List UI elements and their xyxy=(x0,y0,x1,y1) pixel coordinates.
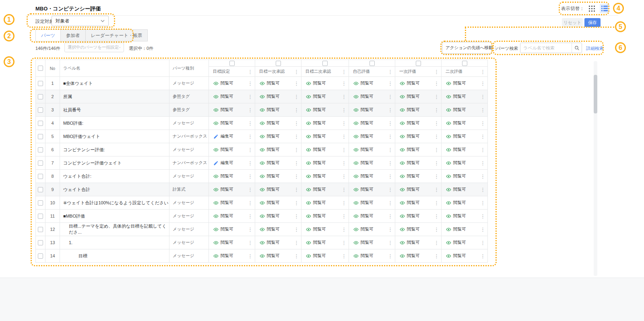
row-checkbox[interactable] xyxy=(38,240,43,245)
scrollbar-thumb[interactable] xyxy=(594,75,597,113)
search-button[interactable] xyxy=(572,43,582,53)
permission-cell[interactable]: 閲覧可⋮ xyxy=(395,77,442,90)
cell-menu-icon[interactable]: ⋮ xyxy=(341,81,347,86)
cell-menu-icon[interactable]: ⋮ xyxy=(248,147,253,152)
cell-menu-icon[interactable]: ⋮ xyxy=(341,134,347,139)
permission-cell[interactable]: 閲覧可⋮ xyxy=(442,103,488,117)
permission-cell[interactable]: 閲覧可⋮ xyxy=(255,223,301,236)
permission-cell[interactable]: 閲覧可⋮ xyxy=(442,210,488,223)
tab-parts[interactable]: パーツ xyxy=(35,29,61,41)
target-select[interactable]: 対象者 xyxy=(52,16,109,26)
save-button[interactable]: 保存 xyxy=(584,18,601,27)
cell-menu-icon[interactable]: ⋮ xyxy=(341,240,347,245)
permission-cell[interactable]: 閲覧可⋮ xyxy=(301,236,349,249)
cell-menu-icon[interactable]: ⋮ xyxy=(294,160,299,166)
permission-cell[interactable]: 閲覧可⋮ xyxy=(255,143,301,156)
permission-cell[interactable]: 閲覧可⋮ xyxy=(395,223,442,236)
permission-cell[interactable]: 閲覧可⋮ xyxy=(349,117,395,130)
row-checkbox[interactable] xyxy=(38,94,43,99)
permission-cell[interactable]: 閲覧可⋮ xyxy=(255,77,301,90)
permission-cell[interactable]: 閲覧可⋮ xyxy=(442,77,488,90)
cell-menu-icon[interactable]: ⋮ xyxy=(480,107,485,113)
permission-cell[interactable]: 閲覧可⋮ xyxy=(255,249,301,263)
cell-menu-icon[interactable]: ⋮ xyxy=(341,174,347,179)
permission-cell[interactable]: 閲覧可⋮ xyxy=(301,103,349,117)
cell-menu-icon[interactable]: ⋮ xyxy=(480,240,485,245)
cell-menu-icon[interactable]: ⋮ xyxy=(341,147,347,152)
permission-cell[interactable]: 閲覧可⋮ xyxy=(301,196,349,210)
permission-cell[interactable]: 閲覧可⋮ xyxy=(442,143,488,156)
permission-cell[interactable]: 閲覧可⋮ xyxy=(442,196,488,210)
cell-menu-icon[interactable]: ⋮ xyxy=(434,160,439,166)
select-all-checkbox[interactable] xyxy=(38,66,43,71)
search-input[interactable] xyxy=(520,43,572,53)
cell-menu-icon[interactable]: ⋮ xyxy=(248,81,253,86)
permission-cell[interactable]: 閲覧可⋮ xyxy=(301,117,349,130)
cell-menu-icon[interactable]: ⋮ xyxy=(341,227,347,232)
cell-menu-icon[interactable]: ⋮ xyxy=(341,160,347,166)
cell-menu-icon[interactable]: ⋮ xyxy=(480,214,485,219)
permission-cell[interactable]: 閲覧可⋮ xyxy=(442,170,488,183)
cell-menu-icon[interactable]: ⋮ xyxy=(341,253,347,259)
cell-menu-icon[interactable]: ⋮ xyxy=(294,227,299,232)
permission-cell[interactable]: 閲覧可⋮ xyxy=(209,236,255,249)
cell-menu-icon[interactable]: ⋮ xyxy=(248,227,253,232)
goto-action-button[interactable]: アクションの先頭へ移動 ⋮ xyxy=(442,42,492,54)
permission-cell[interactable]: 閲覧可⋮ xyxy=(349,143,395,156)
permission-cell[interactable]: 閲覧可⋮ xyxy=(395,156,442,170)
cell-menu-icon[interactable]: ⋮ xyxy=(388,214,393,219)
cell-menu-icon[interactable]: ⋮ xyxy=(434,81,439,86)
permission-cell[interactable]: 閲覧可⋮ xyxy=(442,156,488,170)
permission-cell[interactable]: 閲覧可⋮ xyxy=(395,143,442,156)
cell-menu-icon[interactable]: ⋮ xyxy=(248,134,253,139)
cell-menu-icon[interactable]: ⋮ xyxy=(294,240,299,245)
action-column-checkbox[interactable] xyxy=(229,61,235,66)
cell-menu-icon[interactable]: ⋮ xyxy=(480,134,485,139)
permission-cell[interactable]: 閲覧可⋮ xyxy=(349,170,395,183)
cell-menu-icon[interactable]: ⋮ xyxy=(388,253,393,259)
cell-menu-icon[interactable]: ⋮ xyxy=(248,160,253,166)
reset-button[interactable]: リセット xyxy=(562,18,583,27)
advanced-search-link[interactable]: 詳細検索 xyxy=(586,45,604,51)
column-menu-icon[interactable]: ⋮ xyxy=(294,69,299,74)
permission-cell[interactable]: 閲覧可⋮ xyxy=(301,143,349,156)
permission-cell[interactable]: 閲覧可⋮ xyxy=(209,196,255,210)
row-checkbox[interactable] xyxy=(38,121,43,126)
action-column-checkbox[interactable] xyxy=(322,61,328,66)
grid-view-button[interactable] xyxy=(587,4,597,13)
row-checkbox[interactable] xyxy=(38,214,43,219)
permission-cell[interactable]: 編集可⋮ xyxy=(209,156,255,170)
permission-cell[interactable]: 閲覧可⋮ xyxy=(301,130,349,143)
permission-cell[interactable]: 閲覧可⋮ xyxy=(395,90,442,103)
permission-cell[interactable]: 閲覧可⋮ xyxy=(255,103,301,117)
permission-cell[interactable]: 閲覧可⋮ xyxy=(349,210,395,223)
column-menu-icon[interactable]: ⋮ xyxy=(341,69,347,74)
cell-menu-icon[interactable]: ⋮ xyxy=(434,214,439,219)
permission-cell[interactable]: 閲覧可⋮ xyxy=(301,156,349,170)
cell-menu-icon[interactable]: ⋮ xyxy=(341,121,347,126)
permission-cell[interactable]: 閲覧可⋮ xyxy=(349,77,395,90)
cell-menu-icon[interactable]: ⋮ xyxy=(294,174,299,179)
cell-menu-icon[interactable]: ⋮ xyxy=(434,121,439,126)
cell-menu-icon[interactable]: ⋮ xyxy=(388,134,393,139)
permission-cell[interactable]: 閲覧可⋮ xyxy=(255,210,301,223)
action-column-checkbox[interactable] xyxy=(369,61,375,66)
cell-menu-icon[interactable]: ⋮ xyxy=(480,187,485,192)
cell-menu-icon[interactable]: ⋮ xyxy=(248,94,253,99)
row-checkbox[interactable] xyxy=(38,187,43,192)
cell-menu-icon[interactable]: ⋮ xyxy=(294,107,299,113)
cell-menu-icon[interactable]: ⋮ xyxy=(388,81,393,86)
permission-cell[interactable]: 閲覧可⋮ xyxy=(442,90,488,103)
cell-menu-icon[interactable]: ⋮ xyxy=(434,107,439,113)
row-checkbox[interactable] xyxy=(38,160,43,166)
cell-menu-icon[interactable]: ⋮ xyxy=(434,200,439,206)
permission-cell[interactable]: 閲覧可⋮ xyxy=(301,183,349,196)
bulk-select-dropdown[interactable]: 選択中のパーツを一括設定 xyxy=(64,43,124,52)
permission-cell[interactable]: 閲覧可⋮ xyxy=(255,236,301,249)
cell-menu-icon[interactable]: ⋮ xyxy=(434,240,439,245)
permission-cell[interactable]: 閲覧可⋮ xyxy=(255,130,301,143)
cell-menu-icon[interactable]: ⋮ xyxy=(480,121,485,126)
row-checkbox[interactable] xyxy=(38,107,43,113)
cell-menu-icon[interactable]: ⋮ xyxy=(480,174,485,179)
permission-cell[interactable]: 閲覧可⋮ xyxy=(442,223,488,236)
